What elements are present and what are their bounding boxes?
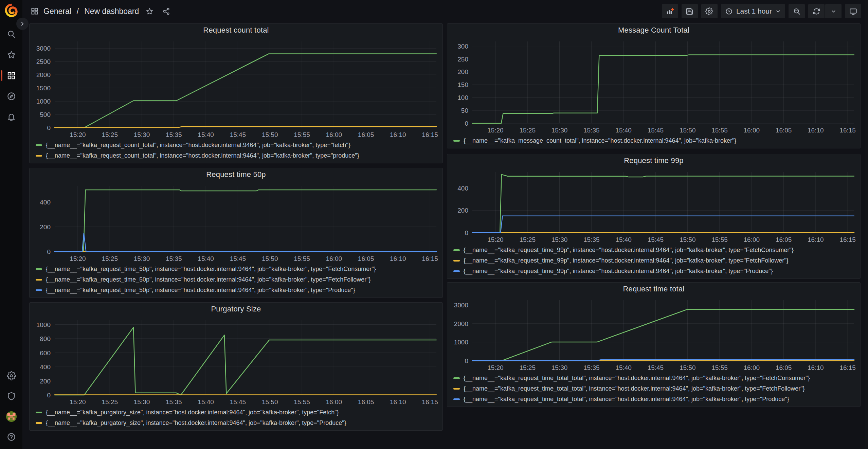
x-axis-tick-label: 16:15 — [422, 131, 438, 138]
legend-label: {__name__="kafka_request_time_total_tota… — [464, 385, 805, 392]
panel-title[interactable]: Request time total — [447, 283, 860, 295]
time-series-chart[interactable]: 15:2015:2515:3015:3515:4015:4515:5015:55… — [447, 295, 860, 372]
x-axis-tick-label: 15:20 — [70, 255, 86, 262]
legend-item[interactable]: {__name__="kafka_request_time_total_tota… — [453, 373, 857, 383]
legend-item[interactable]: {__name__="kafka_request_time_99p", inst… — [453, 245, 857, 255]
x-axis-tick-label: 15:25 — [102, 255, 118, 262]
x-axis-tick-label: 16:15 — [422, 255, 438, 262]
series-color-swatch-icon[interactable] — [36, 155, 42, 157]
x-axis-tick-label: 15:30 — [134, 255, 150, 262]
sidebar-item-help[interactable] — [0, 427, 22, 447]
y-axis-tick-label: 0 — [47, 248, 51, 255]
sidebar-item-alerting[interactable] — [0, 107, 22, 127]
x-axis-tick-label: 15:40 — [615, 127, 632, 134]
legend-label: {__name__="kafka_request_time_total_tota… — [464, 396, 789, 403]
panel-title[interactable]: Request count total — [30, 24, 442, 37]
legend-item[interactable]: {__name__="kafka_request_time_50p", inst… — [36, 264, 440, 274]
x-axis-tick-label: 15:30 — [551, 236, 568, 243]
series-color-swatch-icon[interactable] — [453, 398, 460, 400]
time-series-chart[interactable]: 15:2015:2515:3015:3515:4015:4515:5015:55… — [447, 167, 860, 244]
x-axis-tick-label: 15:25 — [519, 364, 536, 371]
dashboard-panel: Request time 50p15:2015:2515:3015:3515:4… — [29, 168, 443, 298]
x-axis-tick-label: 15:35 — [166, 255, 182, 262]
series-line — [55, 190, 436, 252]
x-axis-tick-label: 15:45 — [230, 131, 246, 138]
panel-title[interactable]: Purgatory Size — [30, 303, 442, 316]
legend-item[interactable]: {__name__="kafka_purgatory_size", instan… — [36, 407, 440, 418]
series-color-swatch-icon[interactable] — [453, 140, 460, 142]
legend-item[interactable]: {__name__="kafka_request_time_50p", inst… — [36, 274, 440, 285]
x-axis-tick-label: 15:35 — [166, 131, 182, 138]
y-axis-tick-label: 0 — [47, 124, 51, 131]
sidebar-item-explore[interactable] — [0, 86, 22, 107]
legend-item[interactable]: {__name__="kafka_purgatory_size", instan… — [36, 418, 440, 428]
x-axis-tick-label: 16:10 — [390, 398, 406, 406]
x-axis-tick-label: 15:50 — [680, 364, 696, 371]
legend-item[interactable]: {__name__="kafka_request_time_total_tota… — [453, 394, 857, 405]
legend-item[interactable]: {__name__="kafka_request_time_99p", inst… — [453, 255, 857, 266]
legend-label: {__name__="kafka_message_count_total", i… — [464, 137, 736, 144]
sidebar-item-server-admin[interactable] — [0, 386, 22, 406]
x-axis-tick-label: 15:45 — [648, 236, 664, 243]
series-color-swatch-icon[interactable] — [453, 377, 460, 379]
legend-item[interactable]: {__name__="kafka_request_time_total_tota… — [453, 383, 857, 394]
grid-lines — [55, 41, 436, 128]
x-axis-tick-label: 16:00 — [326, 131, 342, 138]
x-axis-tick-label: 15:55 — [294, 131, 310, 138]
chart-legend: {__name__="kafka_request_time_total_tota… — [447, 372, 860, 405]
sidebar-expand-button[interactable] — [16, 18, 29, 30]
time-series-chart[interactable]: 15:2015:2515:3015:3515:4015:4515:5015:55… — [30, 316, 442, 407]
panel-title[interactable]: Message Count Total — [447, 24, 860, 37]
y-axis-tick-label: 500 — [40, 111, 51, 118]
series-line — [472, 309, 854, 361]
dashboard-panel: Request count total15:2015:2515:3015:351… — [29, 23, 443, 163]
y-axis-tick-label: 400 — [457, 185, 468, 192]
time-series-chart[interactable]: 15:2015:2515:3015:3515:4015:4515:5015:55… — [30, 37, 442, 139]
series-line — [55, 233, 436, 252]
time-series-chart[interactable]: 15:2015:2515:3015:3515:4015:4515:5015:55… — [447, 37, 860, 135]
panel-title[interactable]: Request time 50p — [30, 168, 442, 181]
y-axis-tick-label: 3000 — [36, 45, 51, 52]
sidebar-item-dashboards[interactable] — [0, 65, 22, 86]
y-axis-tick-label: 2500 — [36, 58, 51, 65]
x-axis-tick-label: 15:35 — [583, 236, 600, 243]
dashboard-panel: Request time total15:2015:2515:3015:3515… — [447, 282, 861, 407]
x-axis-tick-label: 15:45 — [648, 364, 664, 371]
series-line — [472, 216, 854, 233]
x-axis-tick-label: 16:10 — [808, 236, 824, 243]
scrollbar-track[interactable] — [865, 0, 868, 449]
legend-item[interactable]: {__name__="kafka_request_count_total", i… — [36, 140, 440, 150]
series-color-swatch-icon[interactable] — [453, 270, 460, 272]
series-color-swatch-icon[interactable] — [453, 388, 460, 390]
sidebar-item-configuration[interactable] — [0, 365, 22, 386]
series-color-swatch-icon[interactable] — [453, 249, 460, 251]
grid-lines — [472, 41, 854, 123]
series-color-swatch-icon[interactable] — [36, 422, 42, 424]
x-axis-tick-label: 16:15 — [839, 364, 856, 371]
legend-item[interactable]: {__name__="kafka_request_time_99p", inst… — [453, 266, 857, 276]
x-axis-tick-label: 15:55 — [294, 398, 310, 406]
y-axis-tick-label: 2000 — [36, 71, 51, 78]
search-icon — [7, 30, 16, 39]
time-series-chart[interactable]: 15:2015:2515:3015:3515:4015:4515:5015:55… — [30, 181, 442, 263]
legend-label: {__name__="kafka_request_time_99p", inst… — [464, 257, 789, 264]
x-axis-tick-label: 15:25 — [102, 398, 118, 406]
sidebar-item-starred[interactable] — [0, 44, 22, 65]
series-color-swatch-icon[interactable] — [453, 260, 460, 262]
x-axis-tick-label: 16:15 — [839, 127, 856, 134]
user-avatar[interactable] — [0, 406, 22, 427]
x-axis-tick-label: 15:20 — [487, 127, 504, 134]
legend-item[interactable]: {__name__="kafka_message_count_total", i… — [453, 136, 857, 146]
y-axis-tick-label: 200 — [457, 207, 468, 214]
grafana-logo[interactable] — [3, 3, 19, 18]
series-color-swatch-icon[interactable] — [36, 268, 42, 270]
series-color-swatch-icon[interactable] — [36, 279, 42, 281]
series-color-swatch-icon[interactable] — [36, 144, 42, 146]
chart-legend: {__name__="kafka_purgatory_size", instan… — [30, 407, 442, 428]
legend-item[interactable]: {__name__="kafka_request_count_total", i… — [36, 150, 440, 161]
series-color-swatch-icon[interactable] — [36, 289, 42, 291]
chart-legend: {__name__="kafka_request_count_total", i… — [30, 139, 442, 161]
legend-item[interactable]: {__name__="kafka_request_time_50p", inst… — [36, 285, 440, 295]
series-color-swatch-icon[interactable] — [36, 412, 42, 413]
panel-title[interactable]: Request time 99p — [447, 154, 860, 167]
